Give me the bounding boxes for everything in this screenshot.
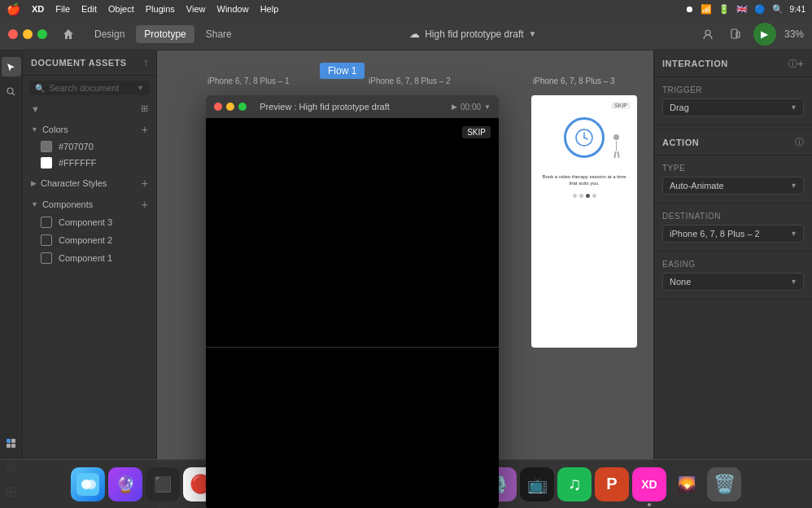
svg-rect-5 — [11, 439, 15, 443]
search-input[interactable] — [49, 83, 133, 93]
flag-icon: 🇬🇧 — [736, 4, 748, 15]
dock-appletv[interactable]: 📺 — [520, 467, 554, 501]
artboard-3-skip-btn[interactable]: SKIP — [611, 102, 631, 109]
artboard-label-3: iPhone 6, 7, 8 Plus – 3 — [533, 77, 615, 85]
select-tool[interactable] — [2, 57, 21, 77]
component-label-2: Component 2 — [59, 235, 112, 245]
left-area: DOCUMENT ASSETS ↑ 🔍 ▼ ▼ ⊞ ▼ Colors + — [0, 50, 157, 508]
maximize-button[interactable] — [37, 29, 47, 39]
color-label-white: #FFFFFF — [59, 158, 96, 168]
artboard-label-2: iPhone 6, 7, 8 Plus – 2 — [369, 77, 451, 85]
minimize-button[interactable] — [23, 29, 33, 39]
trigger-select[interactable]: Drag Tap Time — [662, 99, 804, 116]
menu-file[interactable]: File — [55, 4, 70, 14]
apple-icon[interactable]: 🍎 — [7, 2, 20, 15]
components-section: ▼ Components + Component 3 Component 2 C… — [23, 195, 156, 267]
bluetooth-icon: 🔵 — [754, 4, 766, 15]
trigger-label-row: Trigger — [662, 85, 804, 94]
destination-label-row: Destination — [662, 212, 804, 221]
svg-point-3 — [7, 88, 13, 94]
action-title: ACTION — [662, 138, 792, 147]
search-menubar-icon[interactable]: 🔍 — [772, 4, 784, 15]
destination-label: Destination — [662, 212, 721, 221]
home-button[interactable] — [57, 23, 80, 46]
easing-section: Easing None Ease In Ease Out Ease In-Out… — [654, 252, 812, 300]
component-item-3[interactable]: Component 3 — [23, 213, 156, 231]
action-info-icon[interactable]: ⓘ — [795, 136, 804, 148]
color-swatch-dark — [41, 141, 52, 152]
preview-play-icon[interactable]: ▶ — [452, 103, 457, 111]
panel-export-icon[interactable]: ↑ — [143, 57, 148, 68]
preview-window[interactable]: Preview : High fid prototype draft ▶ 00:… — [206, 95, 499, 508]
easing-label-row: Easing — [662, 260, 804, 269]
color-swatch-white — [41, 157, 52, 169]
component-swatch-2 — [41, 234, 52, 246]
dot-3 — [586, 194, 590, 198]
filter-icon[interactable]: ▼ — [31, 104, 40, 114]
dock-powerpoint[interactable]: P — [595, 467, 629, 501]
dock-trash[interactable]: 🗑️ — [707, 467, 741, 501]
preview-skip-badge[interactable]: SKIP — [462, 126, 491, 138]
tab-prototype[interactable]: Prototype — [136, 25, 194, 43]
dock-spotify[interactable]: ♫ — [557, 467, 592, 501]
color-item-2[interactable]: #FFFFFF — [23, 155, 156, 171]
grid-toggle-icon[interactable]: ⊞ — [141, 103, 148, 114]
colors-section-header[interactable]: ▼ Colors + — [23, 120, 156, 138]
component-label-3: Component 3 — [59, 217, 112, 227]
easing-select[interactable]: None Ease In Ease Out Ease In-Out — [662, 273, 804, 291]
svg-point-17 — [86, 480, 96, 489]
share-profile-icon[interactable] — [698, 24, 718, 44]
menu-view[interactable]: View — [186, 4, 206, 14]
color-item-1[interactable]: #707070 — [23, 138, 156, 155]
dock-image[interactable]: 🌄 — [670, 467, 704, 501]
component-item-1[interactable]: Component 1 — [23, 249, 156, 267]
menu-object[interactable]: Object — [108, 4, 134, 14]
colors-add-icon[interactable]: + — [142, 124, 148, 135]
destination-select[interactable]: iPhone 6, 7, 8 Plus – 2 iPhone 6, 7, 8 P… — [662, 225, 804, 243]
menu-help[interactable]: Help — [260, 4, 279, 14]
svg-rect-7 — [11, 444, 15, 448]
preview-dropdown-icon[interactable]: ▼ — [484, 103, 491, 111]
toolbar-center: ☁ High fid prototype draft ▼ — [248, 28, 698, 40]
trigger-select-wrapper: Drag Tap Time ▼ — [662, 99, 804, 116]
project-title: High fid prototype draft — [425, 28, 523, 40]
device-preview-icon[interactable] — [726, 24, 745, 44]
canvas-area[interactable]: Flow 1 iPhone 6, 7, 8 Plus – 1 iPhone 6,… — [157, 50, 653, 508]
assets-tool[interactable] — [2, 433, 21, 453]
search-tool[interactable] — [2, 81, 21, 101]
easing-label: Easing — [662, 260, 696, 269]
dock-launchpad[interactable]: ⬛ — [146, 467, 180, 501]
app-toolbar: Design Prototype Share ☁ High fid protot… — [0, 18, 812, 50]
play-button[interactable]: ▶ — [753, 23, 776, 46]
interaction-info-icon[interactable]: ⓘ — [788, 58, 797, 70]
menu-window[interactable]: Window — [217, 4, 249, 14]
artboard-3-inner: SKIP — [531, 95, 637, 204]
char-styles-header[interactable]: ▶ Character Styles + — [23, 174, 156, 192]
menu-plugins[interactable]: Plugins — [146, 4, 175, 14]
type-select[interactable]: Auto-Animate Dissolve None — [662, 177, 804, 195]
menubar-right-icons: ⏺ 📶 🔋 🇬🇧 🔵 🔍 9:41 — [685, 4, 805, 15]
components-add-icon[interactable]: + — [142, 199, 148, 210]
tab-share[interactable]: Share — [198, 25, 240, 43]
char-styles-add-icon[interactable]: + — [142, 177, 148, 189]
dock-xd[interactable]: XD — [632, 467, 666, 501]
dock-finder[interactable] — [71, 467, 105, 501]
dock-xd-active-dot — [648, 503, 651, 506]
dot-4 — [592, 194, 596, 198]
preview-titlebar: Preview : High fid prototype draft ▶ 00:… — [206, 95, 499, 118]
title-chevron-icon[interactable]: ▼ — [529, 29, 537, 38]
components-header[interactable]: ▼ Components + — [23, 195, 156, 213]
artboard-3[interactable]: SKIP — [531, 95, 637, 348]
zoom-level: 33% — [784, 28, 804, 40]
char-styles-arrow-icon: ▶ — [31, 179, 37, 187]
menu-edit[interactable]: Edit — [81, 4, 97, 14]
tab-design[interactable]: Design — [86, 25, 133, 43]
app-name[interactable]: XD — [32, 4, 44, 14]
interaction-title: INTERACTION — [662, 59, 785, 68]
interaction-add-icon[interactable]: + — [797, 57, 804, 70]
dock-siri[interactable]: 🔮 — [108, 467, 142, 501]
dot-1 — [573, 194, 577, 198]
search-chevron-icon[interactable]: ▼ — [137, 84, 144, 92]
close-button[interactable] — [8, 29, 18, 39]
component-item-2[interactable]: Component 2 — [23, 231, 156, 249]
